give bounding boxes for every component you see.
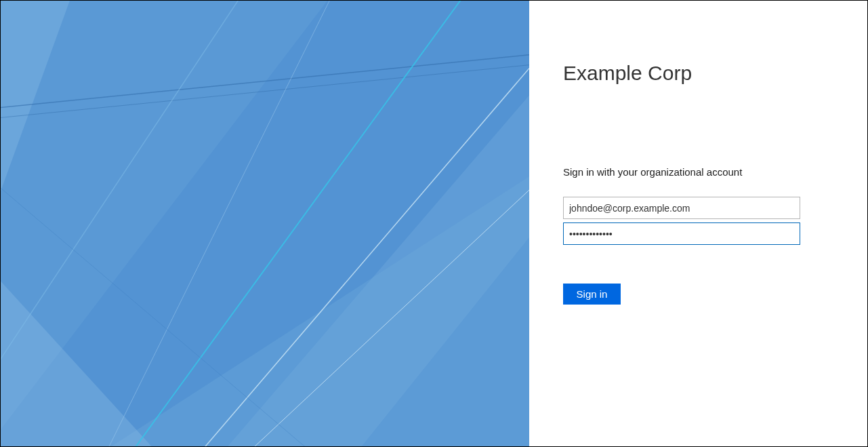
signin-instruction: Sign in with your organizational account xyxy=(563,166,833,178)
signin-button[interactable]: Sign in xyxy=(563,284,621,305)
signin-form-panel: Example Corp Sign in with your organizat… xyxy=(529,1,867,446)
username-input[interactable] xyxy=(563,197,800,219)
page-container: Example Corp Sign in with your organizat… xyxy=(1,1,867,446)
password-input[interactable] xyxy=(563,222,800,245)
illustration-panel xyxy=(1,1,529,446)
organization-name: Example Corp xyxy=(563,62,833,85)
background-illustration xyxy=(1,1,529,446)
